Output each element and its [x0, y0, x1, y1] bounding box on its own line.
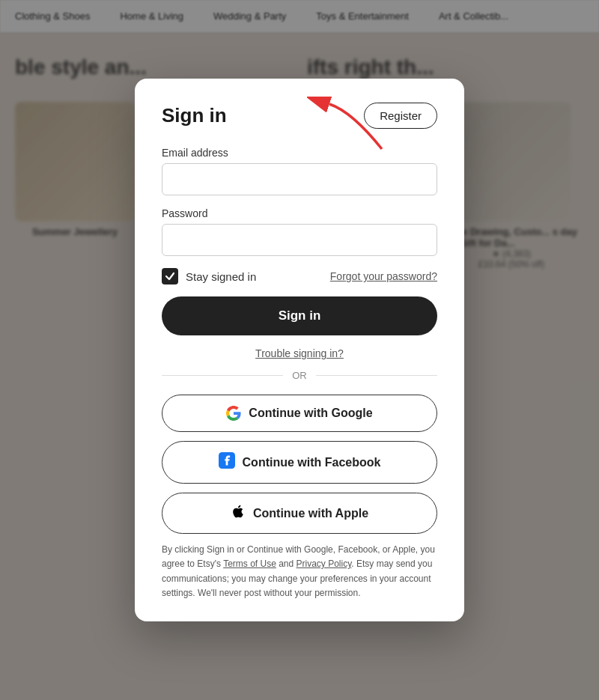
modal-overlay: Sign in Register Email address Password …	[0, 0, 599, 700]
trouble-signing-link[interactable]: Trouble signing in?	[162, 347, 437, 359]
password-group: Password	[162, 207, 437, 256]
legal-and: and	[276, 559, 297, 569]
or-divider: OR	[162, 370, 437, 381]
or-text: OR	[292, 370, 307, 381]
facebook-icon	[219, 452, 235, 472]
forgot-password-link[interactable]: Forgot your password?	[330, 270, 437, 282]
password-label: Password	[162, 207, 437, 219]
apple-label: Continue with Apple	[253, 507, 368, 520]
checkbox-row: Stay signed in Forgot your password?	[162, 268, 437, 284]
or-line-left	[162, 375, 283, 376]
modal-title: Sign in	[162, 104, 227, 127]
terms-of-use-link[interactable]: Terms of Use	[223, 559, 276, 569]
or-line-right	[316, 375, 437, 376]
google-label: Continue with Google	[249, 407, 372, 420]
email-input[interactable]	[162, 163, 437, 195]
facebook-label: Continue with Facebook	[243, 456, 381, 469]
legal-text: By clicking Sign in or Continue with Goo…	[162, 543, 437, 600]
privacy-policy-link[interactable]: Privacy Policy	[297, 559, 352, 569]
modal-header: Sign in Register	[162, 103, 437, 129]
facebook-button[interactable]: Continue with Facebook	[162, 441, 437, 484]
password-input[interactable]	[162, 224, 437, 256]
google-button[interactable]: Continue with Google	[162, 395, 437, 432]
sign-in-button[interactable]: Sign in	[162, 296, 437, 335]
apple-button[interactable]: Continue with Apple	[162, 493, 437, 534]
apple-icon	[231, 504, 246, 523]
register-button[interactable]: Register	[364, 103, 437, 129]
stay-signed-group: Stay signed in	[162, 268, 256, 284]
stay-signed-checkbox[interactable]	[162, 268, 178, 284]
email-group: Email address	[162, 147, 437, 195]
google-icon	[226, 406, 241, 421]
sign-in-modal: Sign in Register Email address Password …	[135, 79, 464, 621]
email-label: Email address	[162, 147, 437, 159]
stay-signed-label: Stay signed in	[186, 270, 256, 283]
